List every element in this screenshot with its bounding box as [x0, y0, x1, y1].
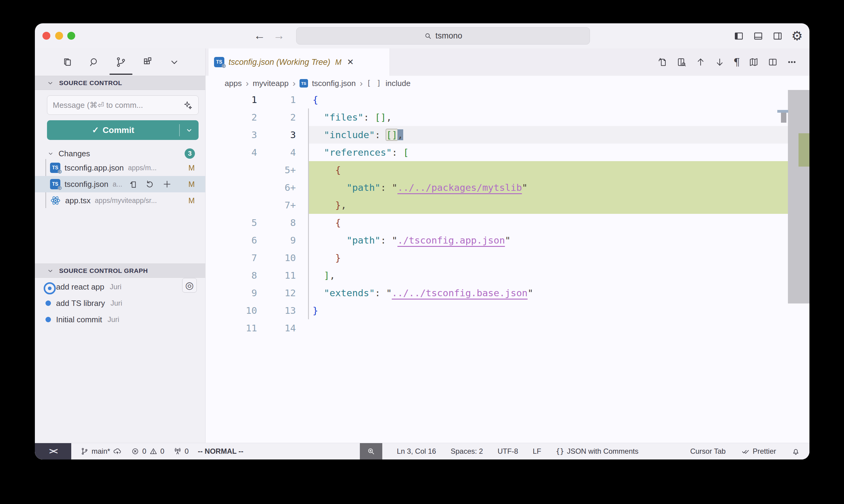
zoom-window-button[interactable]	[67, 32, 75, 40]
code-line[interactable]: 710 }	[206, 249, 809, 267]
previous-change-arrow-icon[interactable]	[695, 57, 706, 68]
goto-current-history-item-button[interactable]: ◎	[182, 278, 197, 293]
modified-line-number: 7+	[257, 200, 296, 211]
check-icon: ✓	[92, 125, 99, 135]
tab-tsconfig-working-tree[interactable]: TS⚙ tsconfig.json (Working Tree) M ✕	[209, 49, 390, 76]
react-file-icon	[50, 195, 61, 206]
original-line-number: 6	[206, 235, 257, 246]
code-line[interactable]: 7+ },	[206, 196, 809, 214]
overview-line-marker	[781, 113, 787, 123]
breadcrumb-separator: ›	[245, 79, 248, 88]
changes-section-header[interactable]: Changes 3	[35, 147, 205, 160]
code-editor[interactable]: 11{22 "files": [],33 "include": [],44 "r…	[206, 91, 809, 443]
original-line-number: 7	[206, 252, 257, 263]
stage-changes-plus-icon[interactable]	[162, 179, 172, 189]
code-line[interactable]: 6+ "path": "../../packages/mytslib"	[206, 179, 809, 196]
branch-name: main*	[91, 447, 110, 455]
commit-row[interactable]: add react app Juri ◎	[35, 278, 205, 295]
code-line[interactable]: 912 "extends": "../../tsconfig.base.json…	[206, 284, 809, 302]
problems-indicator[interactable]: 0 0	[131, 447, 164, 455]
tab-close-icon[interactable]: ✕	[347, 57, 354, 67]
extensions-icon[interactable]	[142, 49, 154, 76]
source-control-graph-header[interactable]: SOURCE CONTROL GRAPH	[35, 264, 205, 278]
commit-dropdown-chevron-icon[interactable]	[180, 126, 199, 134]
chevron-down-icon	[47, 150, 54, 157]
changed-file-row[interactable]: app.tsx apps/myviteapp/sr... M	[35, 192, 205, 209]
search-view-icon[interactable]	[88, 49, 100, 76]
map-outline-icon[interactable]	[748, 57, 759, 68]
tab-modified-badge: M	[335, 58, 342, 67]
split-editor-icon[interactable]	[767, 57, 778, 68]
sync-cloud-icon[interactable]	[113, 447, 122, 456]
changed-file-row-selected[interactable]: TS⚙ tsconfig.json a... M	[35, 176, 205, 192]
code-line[interactable]: 69 "path": "./tsconfig.app.json"	[206, 231, 809, 249]
code-line[interactable]: 33 "include": [],	[206, 126, 809, 144]
open-changes-icon[interactable]	[657, 57, 668, 68]
code-text: }	[313, 305, 318, 316]
ports-indicator[interactable]: 0	[173, 447, 189, 455]
code-text: {	[313, 94, 318, 105]
cursor-position-indicator[interactable]: Ln 3, Col 16	[397, 447, 436, 455]
sparkle-ai-icon[interactable]	[183, 100, 193, 110]
more-actions-ellipsis-icon[interactable]	[787, 57, 797, 68]
open-file-icon[interactable]	[128, 179, 138, 189]
code-line[interactable]: 5+ {	[206, 161, 809, 179]
discard-changes-icon[interactable]	[145, 179, 155, 189]
toggle-panel-icon[interactable]	[753, 30, 764, 42]
command-center-search[interactable]: tsmono	[296, 27, 590, 44]
next-change-arrow-icon[interactable]	[714, 57, 725, 68]
branch-indicator[interactable]: main*	[80, 447, 122, 456]
navigate-forward-button[interactable]: →	[273, 29, 285, 42]
code-text: {	[313, 217, 341, 228]
git-branch-icon	[80, 447, 89, 455]
code-line[interactable]: 11{	[206, 91, 809, 108]
breadcrumb-include[interactable]: include	[385, 79, 411, 88]
source-control-view-icon[interactable]	[115, 49, 127, 76]
language-mode-indicator[interactable]: {} JSON with Comments	[556, 447, 638, 455]
commit-message-input[interactable]: Message (⌘⏎ to comm...	[47, 95, 199, 115]
original-line-number: 5	[206, 217, 257, 228]
cursor-tab-indicator[interactable]: Cursor Tab	[690, 447, 726, 455]
code-line[interactable]: 58 {	[206, 214, 809, 231]
diff-review-icon[interactable]	[676, 57, 687, 68]
code-line[interactable]: 811 ],	[206, 267, 809, 284]
whitespace-pilcrow-icon[interactable]: ¶	[733, 56, 740, 68]
breadcrumb-tsconfig[interactable]: tsconfig.json	[312, 79, 356, 88]
eol-indicator[interactable]: LF	[533, 447, 541, 455]
settings-gear-icon[interactable]: ⚙	[791, 29, 803, 43]
zoom-indicator-badge[interactable]	[360, 443, 382, 460]
file-name: tsconfig.json	[65, 180, 108, 189]
notifications-bell-icon[interactable]	[791, 447, 800, 456]
more-views-chevron-icon[interactable]	[168, 49, 180, 76]
scrollbar-thumb[interactable]	[788, 90, 809, 304]
original-line-number: 9	[206, 287, 257, 298]
commit-button[interactable]: ✓ Commit	[47, 120, 199, 140]
breadcrumb-apps[interactable]: apps	[225, 79, 242, 88]
toggle-secondary-sidebar-icon[interactable]	[772, 30, 783, 42]
commit-row[interactable]: add TS library Juri	[35, 295, 205, 311]
remote-indicator[interactable]: ><	[35, 443, 71, 460]
encoding-indicator[interactable]: UTF-8	[498, 447, 518, 455]
original-line-number: 2	[206, 112, 257, 123]
code-line[interactable]: 22 "files": [],	[206, 108, 809, 126]
changed-file-row[interactable]: TS⚙ tsconfig.app.json apps/m... M	[35, 160, 205, 176]
title-bar: ← → tsmono ⚙	[35, 23, 809, 49]
code-line[interactable]: 1013}	[206, 302, 809, 319]
minimize-window-button[interactable]	[55, 32, 63, 40]
formatter-indicator[interactable]: Prettier	[741, 447, 776, 456]
code-text: },	[313, 200, 346, 211]
breadcrumb-myviteapp[interactable]: myviteapp	[253, 79, 289, 88]
indentation-indicator[interactable]: Spaces: 2	[450, 447, 483, 455]
array-symbol-icon: [ ]	[366, 79, 381, 88]
code-line[interactable]: 1114	[206, 319, 809, 337]
modified-status-badge: M	[187, 164, 196, 172]
close-window-button[interactable]	[42, 32, 50, 40]
vim-mode-indicator[interactable]: -- NORMAL --	[198, 447, 243, 455]
toggle-primary-sidebar-icon[interactable]	[733, 30, 744, 42]
explorer-icon[interactable]	[62, 49, 74, 76]
typescript-file-icon: TS⚙	[50, 179, 60, 189]
code-line[interactable]: 44 "references": [	[206, 144, 809, 161]
navigate-back-button[interactable]: ←	[254, 29, 265, 42]
source-control-header[interactable]: SOURCE CONTROL	[35, 76, 205, 90]
commit-row[interactable]: Initial commit Juri	[35, 311, 205, 328]
